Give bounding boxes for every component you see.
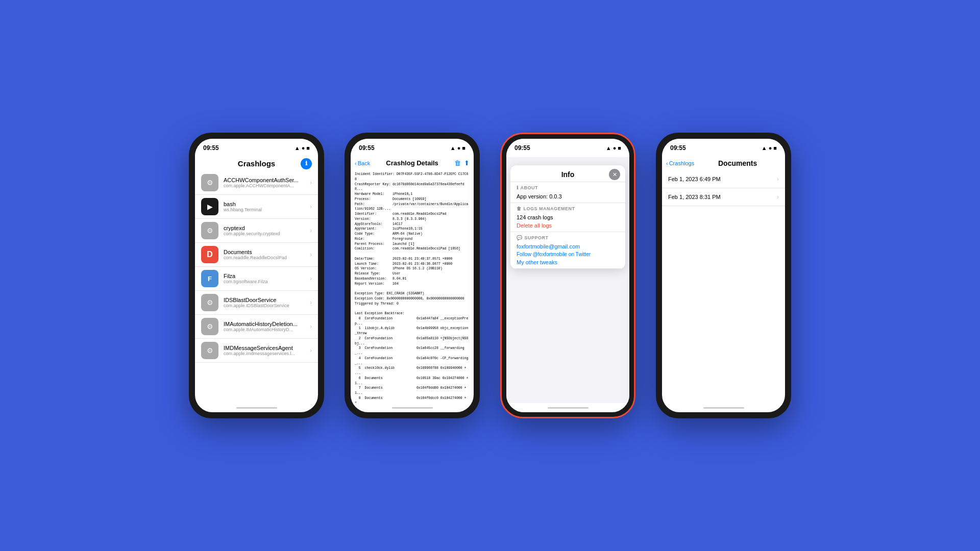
nav-title-2: Crashlog Details bbox=[372, 159, 452, 167]
chevron-5: › bbox=[310, 275, 312, 282]
chevron-7: › bbox=[310, 323, 312, 330]
info-background: Info ✕ ℹ ABOUT App version: 0.0.3 bbox=[506, 157, 629, 403]
support-section: 💬 SUPPORT foxfortmobile@gmail.com Follow… bbox=[510, 232, 625, 269]
crash-logs-count: 124 crash logs bbox=[517, 213, 619, 221]
nav-bar-1: Crashlogs ℹ bbox=[195, 157, 318, 171]
email-link[interactable]: foxfortmobile@gmail.com bbox=[517, 242, 619, 251]
about-section: ℹ ABOUT App version: 0.0.3 bbox=[510, 182, 625, 203]
back-chevron-2: ‹ bbox=[355, 160, 357, 166]
doc-chevron-2: › bbox=[777, 193, 779, 201]
home-bar-4 bbox=[662, 403, 785, 412]
status-bar-2: 09:55 ▲ ● ■ bbox=[351, 139, 474, 157]
logs-section: 🗑 LOGS MANAGEMENT 124 crash logs Delete … bbox=[510, 203, 625, 232]
app-info-6: IDSBlastDoorService com.apple.IDSBlastDo… bbox=[224, 297, 305, 308]
back-label-2: Back bbox=[358, 160, 370, 166]
time-3: 09:55 bbox=[514, 144, 530, 152]
app-info-2: bash ws.hbang.Terminal bbox=[224, 201, 305, 212]
back-button-4[interactable]: ‹ Crashlogs bbox=[666, 160, 694, 166]
app-bundle-8: com.apple.imdmessageservices.l... bbox=[224, 351, 305, 356]
nav-title-1: Crashlogs bbox=[238, 159, 275, 168]
app-info-3: cryptexd com.apple.security.cryptexd bbox=[224, 225, 305, 236]
support-icon: 💬 bbox=[517, 235, 523, 240]
app-list: ⚙ ACCHWComponentAuthSer... com.apple.ACC… bbox=[195, 171, 318, 403]
info-close-button[interactable]: ✕ bbox=[609, 169, 620, 180]
chevron-1: › bbox=[310, 179, 312, 186]
doc-date-2: Feb 1, 2023 8:31 PM bbox=[668, 194, 721, 200]
chevron-2: › bbox=[310, 203, 312, 210]
about-icon: ℹ bbox=[517, 185, 519, 190]
status-bar-4: 09:55 ▲ ● ■ bbox=[662, 139, 785, 157]
doc-chevron-1: › bbox=[777, 176, 779, 183]
trash-icon-2[interactable]: 🗑 bbox=[454, 159, 461, 167]
list-item-6[interactable]: ⚙ IDSBlastDoorService com.apple.IDSBlast… bbox=[195, 291, 318, 315]
about-section-title: ℹ ABOUT bbox=[517, 185, 619, 190]
phone1: 09:55 ▲ ● ■ Crashlogs ℹ ⚙ ACCHWComponent… bbox=[189, 133, 324, 418]
list-item-7[interactable]: ⚙ IMAutomaticHistoryDeletion... com.appl… bbox=[195, 315, 318, 339]
home-bar-3 bbox=[506, 403, 629, 412]
app-bundle-3: com.apple.security.cryptexd bbox=[224, 231, 305, 236]
logs-section-title: 🗑 LOGS MANAGEMENT bbox=[517, 206, 619, 211]
nav-actions-2: 🗑 ⬆ bbox=[454, 159, 470, 167]
app-info-1: ACCHWComponentAuthSer... com.apple.ACCHW… bbox=[224, 177, 305, 188]
app-icon-2: ▶ bbox=[201, 198, 218, 215]
crashlog-content: Incident Identifier: D07F435F-55F2-4786-… bbox=[351, 170, 474, 403]
back-button-2[interactable]: ‹ Back bbox=[355, 160, 370, 166]
share-icon-2[interactable]: ⬆ bbox=[464, 159, 470, 167]
doc-item-1[interactable]: Feb 1, 2023 6:49 PM › bbox=[662, 170, 785, 188]
app-info-4: Documents com.readdle.ReaddleDocslPad bbox=[224, 249, 305, 260]
list-item-2[interactable]: ▶ bash ws.hbang.Terminal › bbox=[195, 195, 318, 219]
close-icon: ✕ bbox=[612, 171, 617, 178]
app-info-8: IMDMessageServicesAgent com.apple.imdmes… bbox=[224, 345, 305, 356]
nav-title-4: Documents bbox=[694, 159, 781, 167]
status-bar-3: 09:55 ▲ ● ■ bbox=[506, 139, 629, 157]
list-item-4[interactable]: D Documents com.readdle.ReaddleDocslPad … bbox=[195, 243, 318, 267]
app-bundle-4: com.readdle.ReaddleDocslPad bbox=[224, 255, 305, 260]
phone4-screen: 09:55 ▲ ● ■ ‹ Crashlogs Documents Feb 1,… bbox=[662, 139, 785, 412]
app-icon-5: F bbox=[201, 270, 218, 287]
doc-item-2[interactable]: Feb 1, 2023 8:31 PM › bbox=[662, 188, 785, 206]
home-bar-line-2 bbox=[392, 407, 433, 409]
doc-date-1: Feb 1, 2023 6:49 PM bbox=[668, 176, 721, 182]
phone2: 09:55 ▲ ● ■ ‹ Back Crashlog Details 🗑 ⬆ … bbox=[345, 133, 480, 418]
list-item-5[interactable]: F Filza com.tigisoftware.Filza › bbox=[195, 267, 318, 291]
app-name-1: ACCHWComponentAuthSer... bbox=[224, 177, 305, 183]
app-bundle-7: com.apple.IMAutomaticHistoryD... bbox=[224, 327, 305, 332]
phone4: 09:55 ▲ ● ■ ‹ Crashlogs Documents Feb 1,… bbox=[656, 133, 791, 418]
chevron-8: › bbox=[310, 347, 312, 354]
time-1: 09:55 bbox=[203, 144, 219, 152]
app-bundle-5: com.tigisoftware.Filza bbox=[224, 279, 305, 284]
info-modal-title: Info bbox=[561, 170, 575, 179]
time-2: 09:55 bbox=[359, 144, 375, 152]
list-item-1[interactable]: ⚙ ACCHWComponentAuthSer... com.apple.ACC… bbox=[195, 171, 318, 195]
documents-list: Feb 1, 2023 6:49 PM › Feb 1, 2023 8:31 P… bbox=[662, 170, 785, 403]
info-icon-1: ℹ bbox=[305, 160, 307, 167]
twitter-link[interactable]: Follow @foxfortmobile on Twitter bbox=[517, 251, 619, 258]
list-item-8[interactable]: ⚙ IMDMessageServicesAgent com.apple.imdm… bbox=[195, 339, 318, 363]
delete-all-logs-button[interactable]: Delete all logs bbox=[517, 221, 619, 230]
back-chevron-4: ‹ bbox=[666, 160, 668, 166]
phone3: 09:55 ▲ ● ■ Info ✕ ℹ ABOUT App version: … bbox=[500, 133, 635, 418]
home-bar-line-3 bbox=[548, 407, 589, 409]
app-info-7: IMAutomaticHistoryDeletion... com.apple.… bbox=[224, 321, 305, 332]
app-icon-4: D bbox=[201, 246, 218, 263]
app-name-5: Filza bbox=[224, 273, 305, 279]
app-name-2: bash bbox=[224, 201, 305, 207]
status-icons-1: ▲ ● ■ bbox=[295, 145, 310, 151]
phone2-screen: 09:55 ▲ ● ■ ‹ Back Crashlog Details 🗑 ⬆ … bbox=[351, 139, 474, 412]
app-version-row: App version: 0.0.3 bbox=[517, 192, 619, 201]
app-bundle-2: ws.hbang.Terminal bbox=[224, 207, 305, 212]
logs-icon: 🗑 bbox=[517, 206, 522, 211]
tweaks-link[interactable]: My other tweaks bbox=[517, 258, 619, 266]
list-item-3[interactable]: ⚙ cryptexd com.apple.security.cryptexd › bbox=[195, 219, 318, 243]
status-icons-2: ▲ ● ■ bbox=[450, 145, 465, 151]
app-name-3: cryptexd bbox=[224, 225, 305, 231]
app-info-5: Filza com.tigisoftware.Filza bbox=[224, 273, 305, 284]
info-button-1[interactable]: ℹ bbox=[301, 158, 312, 169]
chevron-6: › bbox=[310, 299, 312, 306]
time-4: 09:55 bbox=[670, 144, 686, 152]
home-bar-line-4 bbox=[703, 407, 744, 409]
nav-bar-4: ‹ Crashlogs Documents bbox=[662, 157, 785, 170]
chevron-4: › bbox=[310, 251, 312, 258]
app-name-4: Documents bbox=[224, 249, 305, 255]
app-icon-1: ⚙ bbox=[201, 174, 218, 191]
